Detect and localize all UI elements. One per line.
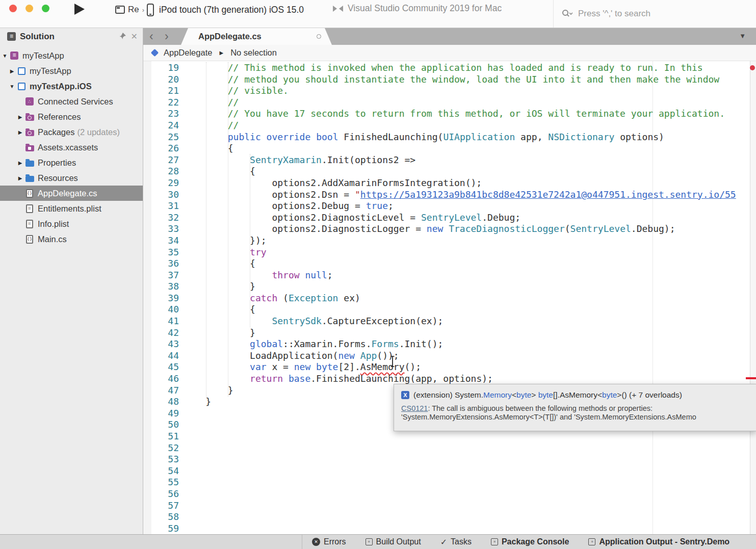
- code-line[interactable]: 26 {: [143, 143, 756, 154]
- line-number[interactable]: 31: [143, 200, 179, 212]
- tab-modified-indicator[interactable]: [317, 34, 321, 39]
- sidebar-item-appdelegate-cs[interactable]: {}AppDelegate.cs: [0, 186, 143, 201]
- line-number[interactable]: 32: [143, 212, 179, 224]
- line-number[interactable]: 26: [143, 143, 179, 154]
- line-number[interactable]: 45: [143, 361, 179, 373]
- line-number[interactable]: 21: [143, 85, 179, 97]
- sidebar-item-connected-services[interactable]: ∴Connected Services: [0, 94, 143, 109]
- line-number[interactable]: 44: [143, 350, 179, 362]
- sidebar-item-assets-xcassets[interactable]: Assets.xcassets: [0, 140, 143, 155]
- sidebar-item-packages[interactable]: ▶Packages(2 updates): [0, 124, 143, 140]
- code-line[interactable]: 36 {: [143, 258, 756, 270]
- code-line[interactable]: 43 global::Xamarin.Forms.Forms.Init();: [143, 338, 756, 350]
- device-selector[interactable]: iPod touch (7th generation) iOS 15.0: [147, 2, 304, 17]
- line-number[interactable]: 22: [143, 97, 179, 109]
- line-number[interactable]: 55: [143, 477, 179, 488]
- line-number[interactable]: 41: [143, 316, 179, 327]
- code-editor[interactable]: 19 // This method is invoked when the ap…: [143, 61, 756, 534]
- pad-button-build-output[interactable]: ≡Build Output: [366, 537, 421, 546]
- code-line[interactable]: 42 }: [143, 327, 756, 339]
- search-input[interactable]: [578, 9, 731, 19]
- line-number[interactable]: 53: [143, 454, 179, 465]
- disclosure-arrow-icon[interactable]: ▼: [9, 84, 15, 89]
- line-number[interactable]: 56: [143, 488, 179, 500]
- line-number[interactable]: 48: [143, 396, 179, 408]
- line-number[interactable]: 36: [143, 258, 179, 270]
- minimize-window-button[interactable]: [25, 5, 33, 12]
- pad-button-tasks[interactable]: ✓Tasks: [440, 537, 472, 547]
- code-line[interactable]: 33 options2.DiagnosticLogger = new Trace…: [143, 223, 756, 235]
- code-line[interactable]: 22 //: [143, 97, 756, 109]
- line-number[interactable]: 27: [143, 154, 179, 166]
- disclosure-arrow-icon[interactable]: ▶: [17, 114, 23, 120]
- code-line[interactable]: 21 // visible.: [143, 85, 756, 97]
- configuration-selector[interactable]: Re ›: [115, 3, 144, 17]
- navigate-back-button[interactable]: ‹: [149, 29, 153, 44]
- disclosure-arrow-icon[interactable]: ▶: [9, 68, 15, 74]
- disclosure-arrow-icon[interactable]: ▶: [17, 160, 23, 166]
- run-button[interactable]: [74, 4, 85, 15]
- disclosure-arrow-icon[interactable]: ▶: [17, 129, 23, 135]
- code-line[interactable]: 44 LoadApplication(new App());: [143, 350, 756, 362]
- code-line[interactable]: 23 // You have 17 seconds to return from…: [143, 108, 756, 120]
- line-number[interactable]: 34: [143, 235, 179, 247]
- line-number[interactable]: 43: [143, 338, 179, 350]
- breadcrumb-class[interactable]: AppDelegate: [164, 48, 212, 58]
- code-line[interactable]: 32 options2.DiagnosticLevel = SentryLeve…: [143, 212, 756, 224]
- close-window-button[interactable]: [9, 5, 17, 12]
- line-number[interactable]: 47: [143, 385, 179, 397]
- line-number[interactable]: 51: [143, 431, 179, 442]
- line-number[interactable]: 37: [143, 270, 179, 281]
- line-number[interactable]: 19: [143, 62, 179, 74]
- code-line[interactable]: 57: [143, 500, 756, 512]
- line-number[interactable]: 35: [143, 247, 179, 258]
- code-line[interactable]: 53: [143, 454, 756, 465]
- line-number[interactable]: 25: [143, 132, 179, 143]
- disclosure-arrow-icon[interactable]: ▶: [17, 175, 23, 181]
- breadcrumb-selection[interactable]: No selection: [230, 48, 277, 58]
- sidebar-item-references[interactable]: ▶References: [0, 109, 143, 124]
- code-line[interactable]: 31 options2.Debug = true;: [143, 200, 756, 212]
- sidebar-item-info-plist[interactable]: ≡Info.plist: [0, 216, 143, 231]
- code-line[interactable]: 39 catch (Exception ex): [143, 293, 756, 304]
- close-icon[interactable]: ✕: [131, 32, 138, 41]
- line-number[interactable]: 39: [143, 293, 179, 304]
- sidebar-item-mytestapp-ios[interactable]: ▼myTestApp.iOS: [0, 79, 143, 94]
- sidebar-item-mytestapp[interactable]: ▼≡myTestApp: [0, 48, 143, 63]
- code-line[interactable]: 24 //: [143, 120, 756, 132]
- line-number[interactable]: 23: [143, 108, 179, 120]
- line-number[interactable]: 49: [143, 408, 179, 420]
- code-line[interactable]: 55: [143, 477, 756, 488]
- code-line[interactable]: 28 {: [143, 166, 756, 177]
- line-number[interactable]: 52: [143, 442, 179, 454]
- code-line[interactable]: 38 }: [143, 281, 756, 293]
- line-number[interactable]: 59: [143, 523, 179, 534]
- code-line[interactable]: 37 throw null;: [143, 270, 756, 281]
- line-number[interactable]: 50: [143, 419, 179, 431]
- line-number[interactable]: 20: [143, 74, 179, 86]
- code-line[interactable]: 56: [143, 488, 756, 500]
- line-number[interactable]: 58: [143, 511, 179, 523]
- zoom-window-button[interactable]: [42, 5, 49, 12]
- code-line[interactable]: 34 });: [143, 235, 756, 247]
- sidebar-item-main-cs[interactable]: {}Main.cs: [0, 231, 143, 247]
- line-number[interactable]: 30: [143, 189, 179, 201]
- sidebar-item-properties[interactable]: ▶Properties: [0, 155, 143, 170]
- pad-button-errors[interactable]: ✕Errors: [312, 537, 346, 546]
- code-line[interactable]: 20 // method you should instantiate the …: [143, 74, 756, 86]
- code-line[interactable]: 25 public override bool FinishedLaunchin…: [143, 132, 756, 143]
- search-field[interactable]: [553, 0, 756, 28]
- pad-button-package-console[interactable]: ≡Package Console: [491, 537, 569, 546]
- line-number[interactable]: 29: [143, 177, 179, 189]
- line-number[interactable]: 40: [143, 304, 179, 316]
- line-number[interactable]: 38: [143, 281, 179, 293]
- editor-scrollbar[interactable]: [750, 61, 756, 534]
- code-line[interactable]: 19 // This method is invoked when the ap…: [143, 62, 756, 74]
- code-line[interactable]: 54: [143, 465, 756, 477]
- sidebar-item-entitlements-plist[interactable]: ≡Entitlements.plist: [0, 201, 143, 216]
- tab-appdelegate[interactable]: AppDelegate.cs: [181, 28, 332, 45]
- code-line[interactable]: 41 SentrySdk.CaptureException(ex);: [143, 316, 756, 327]
- navigate-forward-button[interactable]: ›: [165, 29, 169, 44]
- line-number[interactable]: 57: [143, 500, 179, 512]
- line-number[interactable]: 54: [143, 465, 179, 477]
